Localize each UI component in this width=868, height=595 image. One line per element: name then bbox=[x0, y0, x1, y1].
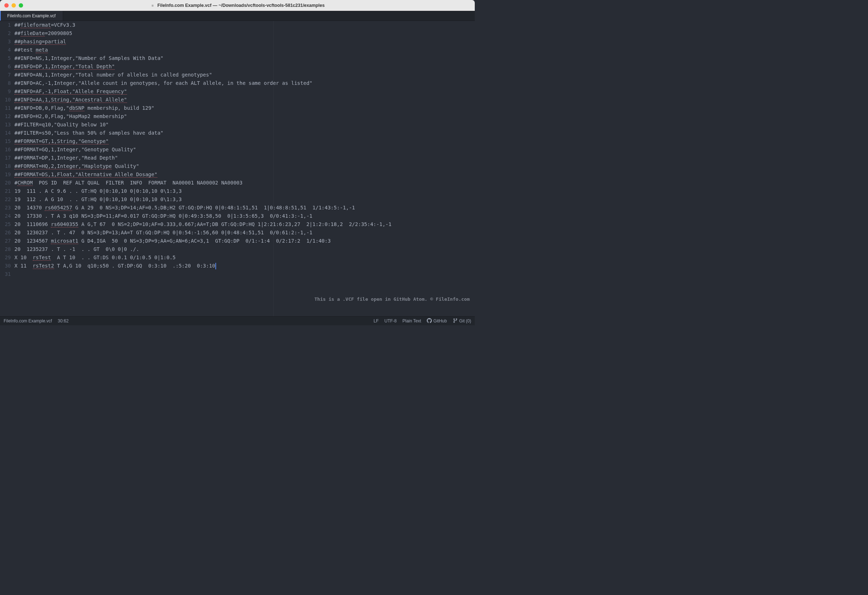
gutter-line-number: 25 bbox=[0, 220, 11, 228]
text-cursor bbox=[216, 263, 216, 269]
gutter-line-number: 3 bbox=[0, 37, 11, 46]
file-icon: ≡ bbox=[150, 3, 155, 8]
code-line[interactable]: ##INFO=AF,-1,Float,"Allele Frequency" bbox=[15, 87, 475, 96]
code-line[interactable]: ##fileDate=20090805 bbox=[15, 29, 475, 37]
code-line[interactable]: ##INFO=DP,1,Integer,"Total Depth" bbox=[15, 62, 475, 71]
code-line[interactable]: ##INFO=DB,0,Flag,"dbSNP membership, buil… bbox=[15, 104, 475, 112]
window-title: ≡ FileInfo.com Example.vcf — ~/Downloads… bbox=[150, 3, 325, 8]
gutter-line-number: 21 bbox=[0, 187, 11, 195]
gutter-line-number: 30 bbox=[0, 262, 11, 270]
gutter-line-number: 18 bbox=[0, 162, 11, 170]
gutter-line-number: 9 bbox=[0, 87, 11, 96]
status-encoding[interactable]: UTF-8 bbox=[384, 318, 397, 324]
gutter-line-number: 19 bbox=[0, 170, 11, 179]
code-line[interactable]: 19 111 . A C 9.6 . . GT:HQ 0|0:10,10 0|0… bbox=[15, 187, 475, 195]
window-titlebar: ≡ FileInfo.com Example.vcf — ~/Downloads… bbox=[0, 0, 475, 11]
gutter-line-number: 22 bbox=[0, 195, 11, 204]
gutter-line-number: 14 bbox=[0, 129, 11, 137]
code-line[interactable]: ##test meta bbox=[15, 46, 475, 54]
code-line[interactable]: ##INFO=AA,1,String,"Ancestral Allele" bbox=[15, 96, 475, 104]
status-github-label: GitHub bbox=[433, 318, 447, 324]
status-git[interactable]: Git (0) bbox=[453, 318, 471, 324]
status-cursor-position[interactable]: 30:62 bbox=[58, 318, 69, 324]
code-line[interactable]: ##FILTER=s50,"Less than 50% of samples h… bbox=[15, 129, 475, 137]
close-button[interactable] bbox=[4, 3, 9, 7]
code-line[interactable]: 20 1230237 . T . 47 0 NS=3;DP=13;AA=T GT… bbox=[15, 228, 475, 237]
code-line[interactable]: X 11 rsTest2 T A,G 10 q10;s50 . GT:DP:GQ… bbox=[15, 262, 475, 270]
code-line[interactable]: ##FILTER=q10,"Quality below 10" bbox=[15, 121, 475, 129]
window-controls bbox=[4, 3, 23, 7]
gutter-line-number: 23 bbox=[0, 204, 11, 212]
tab-file[interactable]: FileInfo.com Example.vcf bbox=[0, 11, 63, 21]
status-line-ending[interactable]: LF bbox=[373, 318, 378, 324]
gutter-line-number: 7 bbox=[0, 71, 11, 79]
code-line[interactable]: ##FORMAT=GT,1,String,"Genotype" bbox=[15, 137, 475, 145]
code-line[interactable]: 20 17330 . T A 3 q10 NS=3;DP=11;AF=0.017… bbox=[15, 212, 475, 220]
git-branch-icon bbox=[453, 318, 458, 324]
gutter-line-number: 31 bbox=[0, 270, 11, 278]
code-line[interactable]: 20 1110696 rs6040355 A G,T 67 0 NS=2;DP=… bbox=[15, 220, 475, 228]
code-line[interactable]: ##INFO=H2,0,Flag,"HapMap2 membership" bbox=[15, 112, 475, 121]
code-area[interactable]: ##fileformat=VCFv3.3##fileDate=20090805#… bbox=[15, 21, 475, 316]
code-line[interactable]: ##fileformat=VCFv3.3 bbox=[15, 21, 475, 29]
gutter: 1234567891011121314151617181920212223242… bbox=[0, 21, 15, 316]
code-line[interactable]: ##FORMAT=DP,1,Integer,"Read Depth" bbox=[15, 154, 475, 162]
status-filename[interactable]: FileInfo.com Example.vcf bbox=[4, 318, 52, 324]
code-line[interactable]: ##phasing=partial bbox=[15, 37, 475, 46]
gutter-line-number: 13 bbox=[0, 121, 11, 129]
code-line[interactable]: #CHROM POS ID REF ALT QUAL FILTER INFO F… bbox=[15, 179, 475, 187]
gutter-line-number: 29 bbox=[0, 253, 11, 262]
gutter-line-number: 1 bbox=[0, 21, 11, 29]
gutter-line-number: 27 bbox=[0, 237, 11, 245]
github-icon bbox=[427, 318, 432, 324]
code-line[interactable]: 20 1234567 microsat1 G D4,IGA 50 0 NS=3;… bbox=[15, 237, 475, 245]
tab-bar: FileInfo.com Example.vcf bbox=[0, 11, 475, 21]
gutter-line-number: 17 bbox=[0, 154, 11, 162]
code-line[interactable]: 20 14370 rs6054257 G A 29 0 NS=3;DP=14;A… bbox=[15, 204, 475, 212]
status-bar: FileInfo.com Example.vcf 30:62 LF UTF-8 … bbox=[0, 316, 475, 325]
code-line[interactable]: 19 112 . A G 10 . . GT:HQ 0|0:10,10 0|0:… bbox=[15, 195, 475, 204]
gutter-line-number: 6 bbox=[0, 62, 11, 71]
code-line[interactable]: ##INFO=AN,1,Integer,"Total number of all… bbox=[15, 71, 475, 79]
editor[interactable]: 1234567891011121314151617181920212223242… bbox=[0, 21, 475, 316]
gutter-line-number: 28 bbox=[0, 245, 11, 253]
code-line[interactable]: ##INFO=AC,-1,Integer,"Allele count in ge… bbox=[15, 79, 475, 87]
gutter-line-number: 15 bbox=[0, 137, 11, 145]
status-github[interactable]: GitHub bbox=[427, 318, 447, 324]
tab-label: FileInfo.com Example.vcf bbox=[7, 13, 56, 18]
code-line[interactable]: 20 1235237 . T . -1 . . GT 0\0 0|0 ./. bbox=[15, 245, 475, 253]
gutter-line-number: 12 bbox=[0, 112, 11, 121]
gutter-line-number: 10 bbox=[0, 96, 11, 104]
gutter-line-number: 16 bbox=[0, 145, 11, 154]
code-line[interactable]: ##FORMAT=DS,1,Float,"Alternative Allele … bbox=[15, 170, 475, 179]
gutter-line-number: 2 bbox=[0, 29, 11, 37]
status-git-label: Git (0) bbox=[459, 318, 471, 324]
code-line[interactable]: X 10 rsTest A T 10 . . GT:DS 0:0.1 0/1:0… bbox=[15, 253, 475, 262]
gutter-line-number: 5 bbox=[0, 54, 11, 62]
gutter-line-number: 4 bbox=[0, 46, 11, 54]
maximize-button[interactable] bbox=[19, 3, 23, 7]
code-line[interactable]: ##FORMAT=HQ,2,Integer,"Haplotype Quality… bbox=[15, 162, 475, 170]
gutter-line-number: 20 bbox=[0, 179, 11, 187]
status-grammar[interactable]: Plain Text bbox=[402, 318, 421, 324]
code-line[interactable] bbox=[15, 270, 475, 278]
gutter-line-number: 11 bbox=[0, 104, 11, 112]
window-title-text: FileInfo.com Example.vcf — ~/Downloads/v… bbox=[157, 3, 325, 8]
gutter-line-number: 24 bbox=[0, 212, 11, 220]
watermark-text: This is a .VCF file open in GitHub Atom.… bbox=[314, 295, 470, 303]
gutter-line-number: 8 bbox=[0, 79, 11, 87]
minimize-button[interactable] bbox=[12, 3, 16, 7]
code-line[interactable]: ##INFO=NS,1,Integer,"Number of Samples W… bbox=[15, 54, 475, 62]
code-line[interactable]: ##FORMAT=GQ,1,Integer,"Genotype Quality" bbox=[15, 145, 475, 154]
gutter-line-number: 26 bbox=[0, 228, 11, 237]
